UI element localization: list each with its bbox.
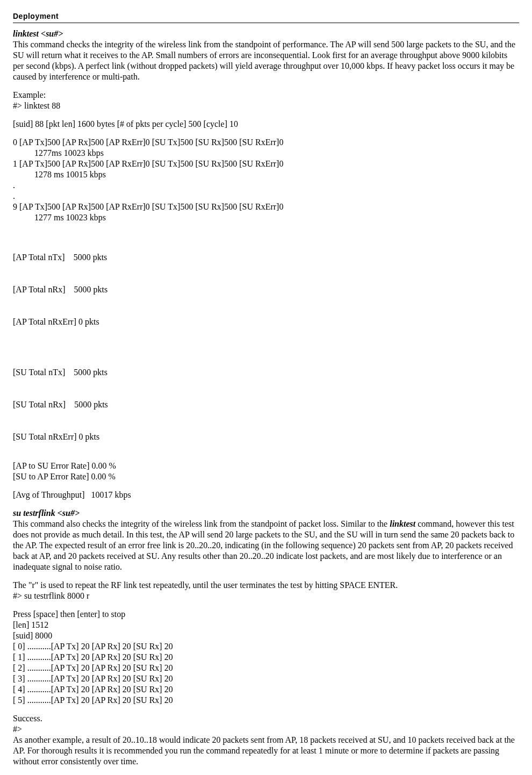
press-line: Press [space] then [enter] to stop bbox=[13, 609, 519, 620]
testrflink-success: Success. bbox=[13, 713, 519, 724]
cycle-line: 1 [AP Tx]500 [AP Rx]500 [AP RxErr]0 [SU … bbox=[13, 159, 519, 169]
section-title: Deployment bbox=[13, 12, 59, 20]
example-label: Example: bbox=[13, 90, 519, 101]
linktest-cycles: 0 [AP Tx]500 [AP Rx]500 [AP RxErr]0 [SU … bbox=[13, 137, 519, 223]
cycle-rate: 1277 ms 10023 kbps bbox=[13, 212, 519, 223]
ellipsis-dot: . bbox=[13, 191, 519, 202]
testrflink-description: This command also checks the integrity o… bbox=[13, 519, 519, 572]
testrflink-row: [ 2] ...........[AP Tx] 20 [AP Rx] 20 [S… bbox=[13, 663, 519, 673]
len-line: [len] 1512 bbox=[13, 620, 519, 630]
cycle-rate: 1278 ms 10015 kbps bbox=[13, 169, 519, 180]
testrflink-prompt: #> bbox=[13, 724, 519, 735]
su-to-ap-error-rate: [SU to AP Error Rate] 0.00 % bbox=[13, 471, 519, 482]
avg-throughput: [Avg of Throughput] 10017 kbps bbox=[13, 490, 519, 500]
su-total-nrx: [SU Total nRx] 5000 pkts bbox=[13, 399, 519, 410]
testrflink-output: Press [space] then [enter] to stop [len]… bbox=[13, 609, 519, 706]
ellipsis-dot: . bbox=[13, 180, 519, 191]
testrflink-row: [ 0] ...........[AP Tx] 20 [AP Rx] 20 [S… bbox=[13, 641, 519, 652]
testrflink-row: [ 1] ...........[AP Tx] 20 [AP Rx] 20 [S… bbox=[13, 652, 519, 663]
example-command: #> linktest 88 bbox=[13, 101, 519, 111]
testrflink-heading: su testrflink <su#> bbox=[13, 508, 519, 519]
testrflink-row: [ 5] ...........[AP Tx] 20 [AP Rx] 20 [S… bbox=[13, 695, 519, 706]
su-total-nrxerr: [SU Total nRxErr] 0 pkts bbox=[13, 432, 519, 442]
testrflink-row: [ 3] ...........[AP Tx] 20 [AP Rx] 20 [S… bbox=[13, 673, 519, 684]
testrflink-desc-bold: linktest bbox=[390, 519, 415, 528]
ap-total-nrx: [AP Total nRx] 5000 pkts bbox=[13, 284, 519, 295]
cycle-rate: 1277ms 10023 kbps bbox=[13, 148, 519, 159]
ap-totals: [AP Total nTx] 5000 pkts [AP Total nRx] … bbox=[13, 231, 519, 338]
ap-total-ntx: [AP Total nTx] 5000 pkts bbox=[13, 252, 519, 263]
su-totals: [SU Total nTx] 5000 pkts [SU Total nRx] … bbox=[13, 346, 519, 453]
ap-total-nrxerr: [AP Total nRxErr] 0 pkts bbox=[13, 317, 519, 327]
linktest-example-block: Example: #> linktest 88 bbox=[13, 90, 519, 111]
testrflink-command: #> su testrflink 8000 r bbox=[13, 591, 519, 601]
suid-line: [suid] 8000 bbox=[13, 630, 519, 641]
linktest-description: This command checks the integrity of the… bbox=[13, 39, 519, 82]
page-header: Deployment bbox=[13, 11, 519, 23]
testrflink-tail: As another example, a result of 20..10..… bbox=[13, 735, 519, 767]
cycle-line: 0 [AP Tx]500 [AP Rx]500 [AP RxErr]0 [SU … bbox=[13, 137, 519, 148]
su-total-ntx: [SU Total nTx] 5000 pkts bbox=[13, 367, 519, 378]
header-rule bbox=[13, 23, 519, 23]
testrflink-r-note-block: The "r" is used to repeat the RF link te… bbox=[13, 580, 519, 601]
testrflink-row: [ 4] ...........[AP Tx] 20 [AP Rx] 20 [S… bbox=[13, 684, 519, 695]
linktest-heading: linktest <su#> bbox=[13, 28, 519, 39]
testrflink-desc-pre: This command also checks the integrity o… bbox=[13, 519, 390, 528]
linktest-suid-line: [suid] 88 [pkt len] 1600 bytes [# of pkt… bbox=[13, 119, 519, 130]
ap-to-su-error-rate: [AP to SU Error Rate] 0.00 % bbox=[13, 461, 519, 471]
testrflink-r-note: The "r" is used to repeat the RF link te… bbox=[13, 580, 519, 591]
cycle-line: 9 [AP Tx]500 [AP Rx]500 [AP RxErr]0 [SU … bbox=[13, 202, 519, 212]
error-rates: [AP to SU Error Rate] 0.00 % [SU to AP E… bbox=[13, 461, 519, 482]
